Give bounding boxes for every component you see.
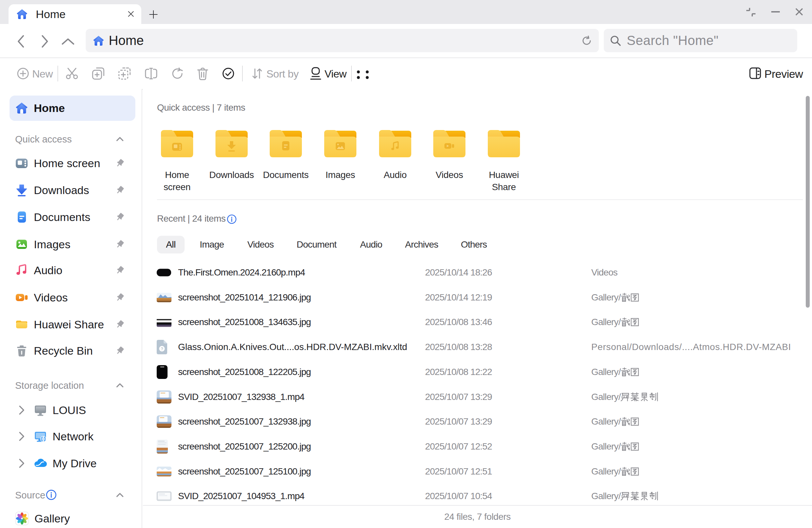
svg-text:?: ? — [161, 347, 163, 351]
